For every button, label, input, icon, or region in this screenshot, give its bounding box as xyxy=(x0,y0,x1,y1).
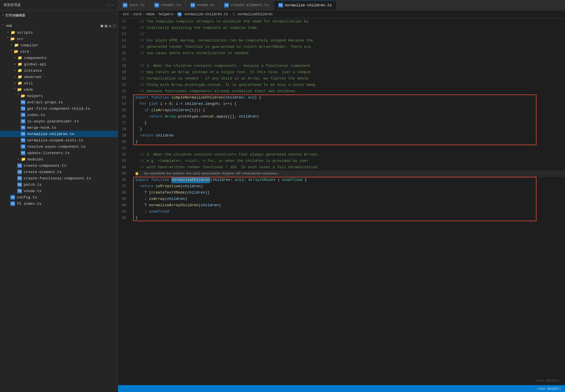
sidebar-item-compiler[interactable]: › 📁compiler xyxy=(0,42,118,48)
code-line: export function simpleNormalizeChildren(… xyxy=(135,94,565,101)
code-line: // For plain HTML markup, normalization … xyxy=(135,37,565,44)
token: for xyxy=(140,101,147,107)
sidebar-item-resolve-async-component[interactable]: TSresolve-async-component.ts xyxy=(0,143,118,150)
tab-normalize-children[interactable]: TSnormalize-children.ts xyxy=(274,0,337,10)
breadcrumb-item[interactable]: core xyxy=(133,12,142,16)
folder-chevron-icon: › xyxy=(14,69,16,73)
tree-item-label: normalize-scoped-slots.ts xyxy=(27,138,83,143)
token: // because functional components already… xyxy=(135,88,297,94)
token: undefined xyxy=(282,177,302,183)
token: children xyxy=(201,202,218,209)
token: ( xyxy=(210,177,212,183)
ts-badge: TS xyxy=(17,176,22,181)
folder-icon: 📂 xyxy=(14,49,18,54)
sidebar-item-normalize-children[interactable]: TSnormalize-children.ts xyxy=(0,131,118,137)
sidebar-item-vdom[interactable]: ˅ 📂vdom xyxy=(0,86,118,93)
breadcrumb-item[interactable]: normalize-children.ts xyxy=(184,12,228,16)
sidebar-item-create-component[interactable]: TScreate-component.ts xyxy=(0,162,118,169)
sidebar-item-components[interactable]: › 📁components xyxy=(0,55,118,61)
sidebar-item-merge-hook[interactable]: TSmerge-hook.ts xyxy=(0,124,118,131)
breadcrumb-sep: › xyxy=(229,12,231,16)
ts-badge: TS xyxy=(21,144,25,149)
line-number: 28 xyxy=(118,126,130,132)
sidebar-item-util[interactable]: › 📁util xyxy=(0,80,118,86)
tab-render[interactable]: TSrender.ts xyxy=(150,0,186,10)
sidebar-item-modules[interactable]: › 📁modules xyxy=(0,156,118,162)
sidebar-item-create-element[interactable]: TScreate-element.ts xyxy=(0,169,118,175)
sidebar-item-src[interactable]: ˅ 📂src xyxy=(0,36,118,42)
open-editors-title[interactable]: › 打开的编辑器 xyxy=(0,12,118,19)
token: ) xyxy=(185,196,187,202)
token: // normalization is needed - if any chil… xyxy=(135,75,309,82)
tree-item-label: merge-hook.ts xyxy=(27,126,56,130)
file-tree: › 📁scripts˅ 📂src› 📁compiler˅ 📂core› 📁com… xyxy=(0,29,118,207)
sidebar-item-index[interactable]: TSindex.ts xyxy=(0,112,118,118)
token: } xyxy=(135,120,147,126)
folder-chevron-icon: › xyxy=(14,56,16,60)
token: .prototype. xyxy=(176,113,201,120)
folder-icon: 📂 xyxy=(21,94,25,98)
tree-item-label: compiler xyxy=(20,43,38,48)
breadcrumb-item[interactable]: normalizeChildren xyxy=(237,12,273,16)
sidebar-item-config[interactable]: TSconfig.ts xyxy=(0,194,118,200)
breadcrumb-item[interactable]: vdom xyxy=(146,12,154,16)
token: return xyxy=(140,183,154,190)
token: // The template compiler attempts to min… xyxy=(135,18,309,25)
new-folder-icon[interactable]: ▤ xyxy=(105,23,107,28)
sidebar-item-vnode[interactable]: TSvnode.ts xyxy=(0,188,118,194)
token: return xyxy=(149,113,162,120)
code-line: // xyxy=(135,31,565,37)
collapse-icon[interactable]: □ xyxy=(113,24,116,28)
token: children xyxy=(239,113,257,120)
tab-init[interactable]: TSinit.ts xyxy=(118,0,150,10)
more-icon[interactable]: ··· xyxy=(106,2,114,8)
ts-badge: TS xyxy=(21,106,25,111)
token: function xyxy=(151,177,169,183)
line-number: 20 xyxy=(118,75,130,82)
folder-icon: 📁 xyxy=(21,157,26,162)
tab-vnode[interactable]: TSvnode.ts xyxy=(186,0,220,10)
token: export xyxy=(135,177,149,183)
code-line: // statically analyzing the template at … xyxy=(135,25,565,31)
line-number: 40 xyxy=(118,202,130,209)
line-number: 39 xyxy=(118,196,130,202)
line-number: 19 xyxy=(118,69,130,75)
sidebar-item-index-root[interactable]: TSTS index.ts xyxy=(0,200,118,207)
ts-badge: TS xyxy=(17,170,22,174)
line-number: 23 xyxy=(118,94,130,101)
sidebar-item-extract-props[interactable]: TSextract-props.ts xyxy=(0,99,118,105)
vue-section-icons: ▣ ▤ ↻ □ xyxy=(101,23,116,28)
sidebar-item-helpers[interactable]: ˅ 📂helpers xyxy=(0,93,118,99)
refresh-icon[interactable]: ↻ xyxy=(109,23,111,28)
sidebar-item-is-async-placeholder[interactable]: TSis-async-placeholder.ts xyxy=(0,118,118,124)
sidebar-item-instance[interactable]: › 📁instance xyxy=(0,67,118,74)
tab-bar: TSinit.tsTSrender.tsTSvnode.tsTScreate-e… xyxy=(118,0,565,10)
breadcrumb-item[interactable]: src xyxy=(123,12,129,16)
sidebar-item-update-listeners[interactable]: TSupdate-listeners.ts xyxy=(0,150,118,156)
tree-item-label: modules xyxy=(27,157,43,162)
line-number: 30 xyxy=(118,139,130,145)
token: // statically analyzing the template at … xyxy=(135,25,259,31)
breadcrumb-item[interactable]: helpers xyxy=(159,12,173,16)
sidebar-item-global-api[interactable]: › 📁global-api xyxy=(0,61,118,67)
line-number: 27 xyxy=(118,120,130,126)
tree-item-label: patch.ts xyxy=(24,183,41,187)
sidebar-item-normalize-scoped-slots[interactable]: TSnormalize-scoped-slots.ts xyxy=(0,137,118,143)
new-file-icon[interactable]: ▣ xyxy=(101,23,103,28)
token: } xyxy=(135,139,138,145)
token: // For plain HTML markup, normalization … xyxy=(135,37,313,44)
tab-create-element[interactable]: TScreate-element.ts xyxy=(220,0,274,10)
sidebar-item-observer[interactable]: › 📁observer xyxy=(0,74,118,80)
sidebar-item-scripts[interactable]: › 📁scripts xyxy=(0,29,118,36)
code-line: // The template compiler attempts to min… xyxy=(135,18,565,25)
line-number: 16 xyxy=(118,50,130,56)
sidebar-item-core[interactable]: ˅ 📂core xyxy=(0,48,118,55)
code-line: if (isArray(children[i])) { xyxy=(135,107,565,113)
token: : xyxy=(230,177,235,183)
sidebar-item-create-functional-component[interactable]: TScreate-functional-component.ts xyxy=(0,175,118,181)
token: return xyxy=(140,132,154,139)
token xyxy=(149,94,151,101)
folder-chevron-icon: › xyxy=(10,43,12,47)
sidebar-item-patch[interactable]: TSpatch.ts xyxy=(0,181,118,188)
sidebar-item-get-first-component-child[interactable]: TSget-first-component-child.ts xyxy=(0,105,118,112)
